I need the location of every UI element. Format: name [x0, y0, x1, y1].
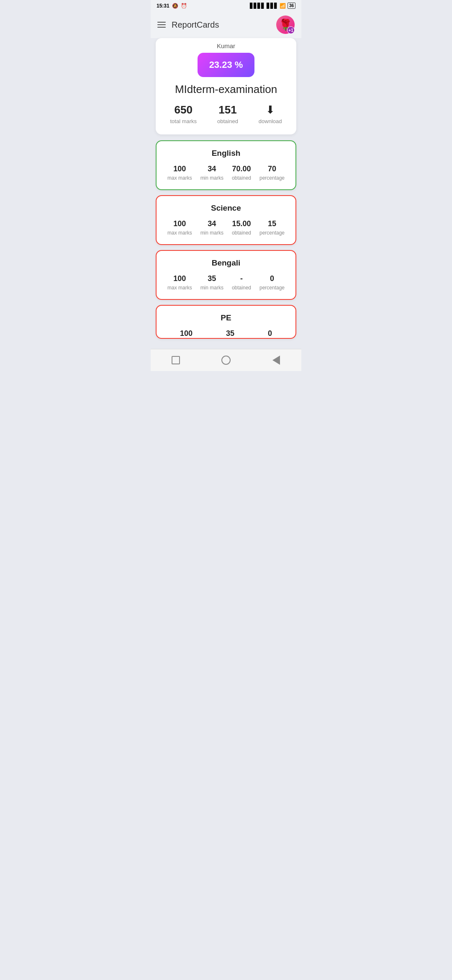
app-header: ReportCards 🌹 +1 — [151, 11, 301, 38]
pe-max-marks: 100 — [180, 329, 193, 338]
status-bar: 15:31 🔕 ⏰ ▋▋▋▋ ▋▋▋ 📶 36 — [151, 0, 301, 11]
total-marks-value: 650 — [175, 103, 193, 116]
subject-card-pe: PE 100 35 0 — [156, 305, 296, 339]
bottom-nav — [151, 349, 301, 371]
status-right: ▋▋▋▋ ▋▋▋ 📶 36 — [250, 3, 295, 9]
bengali-max-marks: 100 max marks — [167, 274, 192, 291]
subject-name-bengali: Bengali — [163, 258, 289, 268]
bengali-obtained: - obtained — [232, 274, 251, 291]
english-min-marks: 34 min marks — [200, 165, 223, 181]
bengali-stats: 100 max marks 35 min marks - obtained 0 … — [163, 274, 289, 291]
user-avatar-wrap[interactable]: 🌹 +1 — [276, 15, 295, 34]
app-title: ReportCards — [172, 20, 219, 30]
nav-stop-button[interactable] — [170, 354, 182, 366]
student-name: Kumar — [156, 38, 296, 53]
science-stats: 100 max marks 34 min marks 15.00 obtaine… — [163, 219, 289, 236]
back-icon — [272, 356, 280, 365]
obtained-value: 151 — [218, 103, 236, 116]
pe-percentage: 0 — [268, 329, 272, 338]
stop-icon — [172, 356, 180, 364]
subject-name-science: Science — [163, 204, 289, 213]
nav-back-button[interactable] — [270, 354, 282, 366]
english-obtained: 70.00 obtained — [232, 165, 251, 181]
main-content: Kumar 23.23 % MIdterm-examination 650 to… — [151, 38, 301, 349]
download-icon: ⬇ — [266, 103, 275, 116]
summary-card: Kumar 23.23 % MIdterm-examination 650 to… — [156, 38, 296, 134]
header-left: ReportCards — [157, 20, 219, 30]
total-marks-label: total marks — [170, 118, 197, 124]
science-min-marks: 34 min marks — [200, 219, 223, 236]
signal-icon-1: ▋▋▋▋ — [250, 3, 265, 9]
time-display: 15:31 — [157, 3, 170, 9]
home-icon — [221, 356, 231, 365]
english-stats: 100 max marks 34 min marks 70.00 obtaine… — [163, 165, 289, 181]
pe-stats: 100 35 0 — [163, 329, 289, 338]
mute-icon: 🔕 — [172, 3, 178, 9]
menu-button[interactable] — [157, 22, 166, 28]
science-obtained: 15.00 obtained — [232, 219, 251, 236]
english-percentage: 70 percentage — [259, 165, 285, 181]
subject-card-english: English 100 max marks 34 min marks 70.00… — [156, 140, 296, 190]
summary-stats: 650 total marks 151 obtained ⬇ download — [156, 103, 296, 124]
signal-icon-2: ▋▋▋ — [267, 3, 278, 9]
download-label: download — [259, 118, 282, 124]
bengali-min-marks: 35 min marks — [200, 274, 223, 291]
total-marks-stat: 650 total marks — [170, 103, 197, 124]
science-max-marks: 100 max marks — [167, 219, 192, 236]
subject-card-bengali: Bengali 100 max marks 35 min marks - obt… — [156, 250, 296, 300]
english-max-marks: 100 max marks — [167, 165, 192, 181]
nav-home-button[interactable] — [220, 354, 232, 366]
obtained-stat: 151 obtained — [217, 103, 238, 124]
pe-min-marks: 35 — [226, 329, 234, 338]
wifi-icon: 📶 — [280, 3, 286, 9]
avatar-badge: +1 — [287, 26, 295, 34]
subject-name-pe: PE — [163, 313, 289, 322]
subject-card-science: Science 100 max marks 34 min marks 15.00… — [156, 195, 296, 245]
obtained-label: obtained — [217, 118, 238, 124]
science-percentage: 15 percentage — [259, 219, 285, 236]
subject-name-english: English — [163, 149, 289, 158]
exam-title: MIdterm-examination — [156, 83, 296, 96]
bengali-percentage: 0 percentage — [259, 274, 285, 291]
download-stat[interactable]: ⬇ download — [259, 103, 282, 124]
alarm-icon: ⏰ — [181, 3, 187, 9]
battery-indicator: 36 — [288, 3, 295, 9]
percentage-badge: 23.23 % — [198, 53, 255, 77]
status-left: 15:31 🔕 ⏰ — [157, 3, 187, 9]
